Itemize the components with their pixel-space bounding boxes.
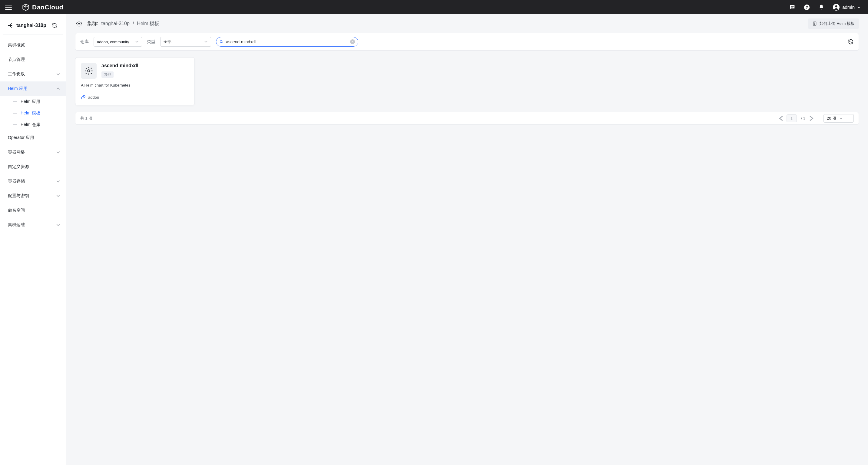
howto-label: 如何上传 Helm 模板 bbox=[819, 21, 855, 26]
topbar: DaoCloud ? admin bbox=[0, 0, 868, 14]
sidebar-item[interactable]: 集群概览 bbox=[0, 38, 66, 53]
chevron-down-icon bbox=[857, 5, 861, 9]
chart-desc: A Helm chart for Kubernetes bbox=[81, 83, 189, 88]
topbar-actions: ? admin bbox=[789, 4, 861, 11]
svg-point-11 bbox=[79, 21, 79, 22]
pager-next-button[interactable] bbox=[808, 115, 814, 122]
sidebar-menu: 集群概览节点管理工作负载Helm 应用Helm 应用Helm 模板Helm 仓库… bbox=[0, 37, 66, 465]
sidebar-item-label: 工作负载 bbox=[8, 71, 25, 77]
user-avatar-icon bbox=[833, 4, 840, 11]
sidebar-subitem[interactable]: Helm 应用 bbox=[4, 96, 66, 107]
sidebar-item-label: 集群运维 bbox=[8, 222, 25, 228]
back-button[interactable] bbox=[7, 22, 14, 29]
user-name: admin bbox=[842, 4, 855, 10]
svg-point-10 bbox=[81, 25, 82, 26]
sidebar: tanghai-310p 集群概览节点管理工作负载Helm 应用Helm 应用H… bbox=[0, 14, 66, 465]
brand-name: DaoCloud bbox=[32, 4, 63, 11]
chevron-down-icon bbox=[56, 179, 60, 184]
search-box[interactable] bbox=[216, 37, 358, 46]
chart-tag: 其他 bbox=[101, 71, 114, 78]
sidebar-item[interactable]: 命名空间 bbox=[0, 203, 66, 218]
breadcrumb-leaf: Helm 模板 bbox=[137, 21, 159, 27]
svg-point-12 bbox=[79, 26, 79, 27]
chevron-down-icon bbox=[135, 40, 139, 43]
howto-upload-button[interactable]: 如何上传 Helm 模板 bbox=[808, 19, 859, 29]
svg-point-7 bbox=[76, 22, 78, 23]
main: 集群: tanghai-310p / Helm 模板 如何上传 Helm 模板 … bbox=[66, 14, 868, 465]
card-grid: ascend-mindxdl其他A Helm chart for Kuberne… bbox=[75, 57, 859, 105]
svg-point-13 bbox=[76, 23, 77, 24]
sidebar-item[interactable]: 自定义资源 bbox=[0, 160, 66, 174]
sidebar-cluster-name: tanghai-310p bbox=[17, 23, 52, 28]
svg-point-9 bbox=[76, 25, 78, 26]
pager-prev-button[interactable] bbox=[778, 115, 785, 122]
svg-text:?: ? bbox=[806, 5, 808, 9]
svg-rect-1 bbox=[791, 7, 793, 7]
sidebar-item[interactable]: 容器存储 bbox=[0, 174, 66, 189]
sidebar-item-label: 节点管理 bbox=[8, 57, 25, 62]
svg-rect-0 bbox=[791, 6, 794, 6]
chart-repo: addon bbox=[88, 95, 99, 100]
chevron-down-icon bbox=[56, 150, 60, 155]
sidebar-item[interactable]: 集群运维 bbox=[0, 218, 66, 232]
chevron-down-icon bbox=[56, 194, 60, 198]
sidebar-item-label: Helm 应用 bbox=[8, 86, 28, 92]
refresh-button[interactable] bbox=[52, 23, 57, 28]
filter-repo-select[interactable]: addon, community... bbox=[94, 37, 142, 46]
chart-footer: addon bbox=[81, 95, 189, 100]
sidebar-item[interactable]: Operator 应用 bbox=[0, 131, 66, 145]
dash-icon bbox=[13, 113, 17, 113]
notifications-icon[interactable] bbox=[818, 4, 825, 10]
breadcrumb: 集群: tanghai-310p / Helm 模板 bbox=[87, 21, 159, 27]
filter-repo-label: 仓库 bbox=[80, 39, 89, 44]
svg-point-8 bbox=[81, 22, 82, 23]
svg-point-5 bbox=[835, 5, 837, 7]
sidebar-item-label: 命名空间 bbox=[8, 208, 25, 213]
filter-type-select[interactable]: 全部 bbox=[160, 37, 211, 46]
dash-icon bbox=[13, 101, 17, 102]
filter-type-label: 类型 bbox=[147, 39, 155, 44]
search-input[interactable] bbox=[226, 37, 348, 46]
pager: 共 1 项 1 / 1 20 项 bbox=[75, 112, 859, 125]
help-icon[interactable]: ? bbox=[804, 4, 810, 10]
pager-current-page[interactable]: 1 bbox=[786, 114, 797, 122]
clear-search-button[interactable] bbox=[350, 39, 355, 44]
pager-total-pages: / 1 bbox=[801, 116, 805, 121]
menu-toggle-button[interactable] bbox=[4, 3, 13, 11]
sidebar-subitem-label: Helm 仓库 bbox=[21, 122, 40, 128]
chevron-down-icon bbox=[839, 117, 843, 120]
sidebar-item-label: Operator 应用 bbox=[8, 135, 34, 140]
sidebar-item[interactable]: 容器网络 bbox=[0, 145, 66, 160]
chevron-down-icon bbox=[56, 72, 60, 76]
sidebar-header: tanghai-310p bbox=[3, 16, 63, 35]
svg-point-16 bbox=[220, 40, 222, 43]
pager-size-label: 20 项 bbox=[827, 115, 836, 121]
svg-point-6 bbox=[78, 23, 80, 24]
helm-chart-card[interactable]: ascend-mindxdl其他A Helm chart for Kuberne… bbox=[75, 57, 195, 105]
user-menu[interactable]: admin bbox=[833, 4, 861, 11]
pager-size-select[interactable]: 20 项 bbox=[824, 114, 854, 123]
sidebar-item-label: 集群概览 bbox=[8, 42, 25, 48]
sidebar-subitem-label: Helm 应用 bbox=[21, 99, 40, 104]
breadcrumb-cluster[interactable]: tanghai-310p bbox=[101, 21, 129, 26]
filter-repo-value: addon, community... bbox=[97, 40, 133, 44]
sidebar-item[interactable]: Helm 应用 bbox=[0, 81, 66, 96]
messages-icon[interactable] bbox=[789, 4, 796, 10]
reload-button[interactable] bbox=[848, 39, 854, 45]
sidebar-item[interactable]: 节点管理 bbox=[0, 53, 66, 67]
breadcrumb-prefix: 集群: bbox=[87, 21, 98, 27]
chevron-down-icon bbox=[204, 40, 208, 43]
brand[interactable]: DaoCloud bbox=[22, 3, 63, 11]
svg-point-17 bbox=[88, 70, 90, 72]
doc-icon bbox=[812, 21, 817, 26]
search-icon bbox=[219, 40, 223, 44]
breadcrumb-bar: 集群: tanghai-310p / Helm 模板 如何上传 Helm 模板 bbox=[66, 14, 868, 33]
sidebar-subitem[interactable]: Helm 模板 bbox=[4, 107, 66, 119]
sidebar-item[interactable]: 工作负载 bbox=[0, 67, 66, 81]
sidebar-item[interactable]: 配置与密钥 bbox=[0, 189, 66, 203]
sidebar-item-label: 容器存储 bbox=[8, 178, 25, 184]
pager-total: 共 1 项 bbox=[80, 115, 92, 121]
sidebar-subitem[interactable]: Helm 仓库 bbox=[4, 119, 66, 131]
sidebar-item-label: 容器网络 bbox=[8, 150, 25, 155]
sidebar-item-label: 自定义资源 bbox=[8, 164, 29, 169]
